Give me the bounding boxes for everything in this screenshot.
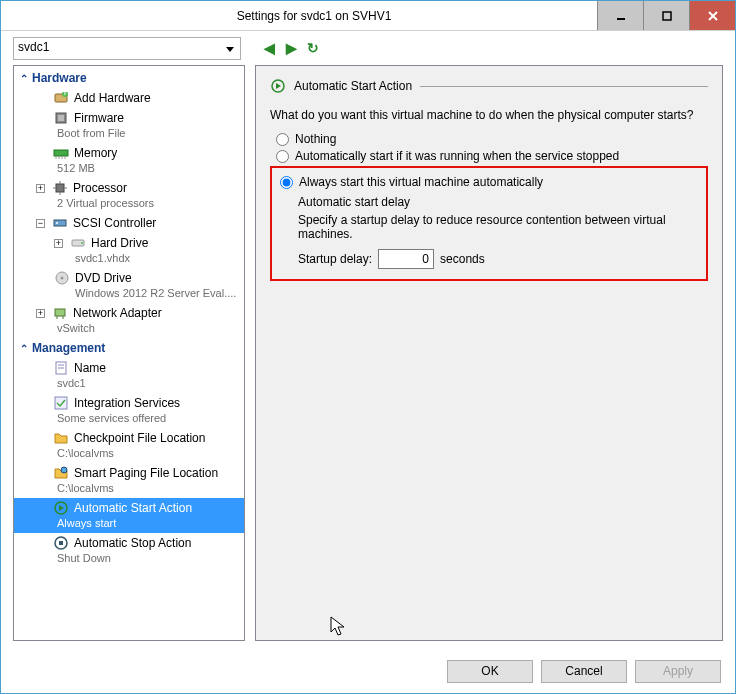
tree-item-desc: C:\localvms xyxy=(36,481,244,496)
tree-item-smart-paging-file-location[interactable]: Smart Paging File LocationC:\localvms xyxy=(14,463,244,498)
tree-item-automatic-stop-action[interactable]: Automatic Stop ActionShut Down xyxy=(14,533,244,568)
radio-autostart-running[interactable]: Automatically start if it was running wh… xyxy=(276,149,708,163)
tree-item-label: Memory xyxy=(74,146,117,161)
tree-item-label: Automatic Start Action xyxy=(74,501,192,516)
tree-item-desc: vSwitch xyxy=(36,321,244,336)
radio-always-input[interactable] xyxy=(280,176,293,189)
settings-tree[interactable]: ⌃Hardware+Add HardwareFirmwareBoot from … xyxy=(13,65,245,641)
tree-item-network-adapter[interactable]: +Network AdaptervSwitch xyxy=(14,303,244,338)
tree-item-dvd-drive[interactable]: DVD DriveWindows 2012 R2 Server Eval.... xyxy=(14,268,244,303)
radio-autostart-running-input[interactable] xyxy=(276,150,289,163)
tree-item-scsi-controller[interactable]: −SCSI Controller xyxy=(14,213,244,233)
ok-button[interactable]: OK xyxy=(447,660,533,683)
svg-rect-8 xyxy=(58,115,64,121)
radio-nothing[interactable]: Nothing xyxy=(276,132,708,146)
network-adapter-icon xyxy=(52,305,68,321)
highlight-box: Always start this virtual machine automa… xyxy=(270,166,708,281)
section-label: Management xyxy=(32,341,105,355)
maximize-button[interactable] xyxy=(643,1,689,30)
apply-button[interactable]: Apply xyxy=(635,660,721,683)
radio-always[interactable]: Always start this virtual machine automa… xyxy=(280,175,698,189)
section-label: Hardware xyxy=(32,71,87,85)
tree-item-integration-services[interactable]: Integration ServicesSome services offere… xyxy=(14,393,244,428)
automatic-start-action-icon xyxy=(53,500,69,516)
tree-item-desc: Windows 2012 R2 Server Eval.... xyxy=(54,286,244,301)
startup-delay-input[interactable] xyxy=(378,249,434,269)
automatic-stop-action-icon xyxy=(53,535,69,551)
tree-item-add-hardware[interactable]: +Add Hardware xyxy=(14,88,244,108)
tree-item-label: Network Adapter xyxy=(73,306,162,321)
tree-item-label: Checkpoint File Location xyxy=(74,431,205,446)
section-header-hardware[interactable]: ⌃Hardware xyxy=(14,68,244,88)
delay-unit: seconds xyxy=(440,252,485,266)
tree-item-desc: Some services offered xyxy=(36,411,244,426)
integration-services-icon xyxy=(53,395,69,411)
window-title: Settings for svdc1 on SVHV1 xyxy=(31,9,597,23)
svg-rect-36 xyxy=(59,541,63,545)
tree-item-checkpoint-file-location[interactable]: Checkpoint File LocationC:\localvms xyxy=(14,428,244,463)
svg-point-22 xyxy=(81,242,83,244)
content-panel: Automatic Start Action What do you want … xyxy=(255,65,723,641)
tree-item-desc: 2 Virtual processors xyxy=(36,196,244,211)
expand-icon[interactable]: + xyxy=(36,184,45,193)
tree-item-desc: Shut Down xyxy=(36,551,244,566)
tree-item-processor[interactable]: +Processor2 Virtual processors xyxy=(14,178,244,213)
tree-item-automatic-start-action[interactable]: Automatic Start ActionAlways start xyxy=(14,498,244,533)
tree-item-desc: Boot from File xyxy=(36,126,244,141)
radio-nothing-input[interactable] xyxy=(276,133,289,146)
cancel-button[interactable]: Cancel xyxy=(541,660,627,683)
radio-nothing-label: Nothing xyxy=(295,132,336,146)
chevron-icon: ⌃ xyxy=(20,73,28,84)
tree-item-memory[interactable]: Memory512 MB xyxy=(14,143,244,178)
group-title: Automatic start delay xyxy=(298,195,698,209)
radio-autostart-running-label: Automatically start if it was running wh… xyxy=(295,149,619,163)
title-bar: Settings for svdc1 on SVHV1 xyxy=(1,1,735,31)
firmware-icon xyxy=(53,110,69,126)
tree-item-label: Add Hardware xyxy=(74,91,151,106)
toolbar: svdc1 ◀ ▶ ↻ xyxy=(1,31,735,65)
nav-back-icon[interactable]: ◀ xyxy=(261,40,277,56)
expand-icon[interactable]: + xyxy=(36,309,45,318)
minimize-button[interactable] xyxy=(597,1,643,30)
group-desc: Specify a startup delay to reduce resour… xyxy=(298,213,698,241)
vm-selector-value: svdc1 xyxy=(18,40,49,54)
svg-point-20 xyxy=(56,222,58,224)
content-title: Automatic Start Action xyxy=(294,79,412,93)
tree-item-label: Smart Paging File Location xyxy=(74,466,218,481)
dvd-drive-icon xyxy=(54,270,70,286)
svg-rect-14 xyxy=(56,184,64,192)
question-text: What do you want this virtual machine to… xyxy=(270,108,708,122)
expand-icon[interactable]: − xyxy=(36,219,45,228)
dialog-footer: OK Cancel Apply xyxy=(1,649,735,693)
tree-item-label: Automatic Stop Action xyxy=(74,536,191,551)
svg-rect-1 xyxy=(663,12,671,20)
svg-marker-38 xyxy=(276,83,281,89)
memory-icon xyxy=(53,145,69,161)
refresh-icon[interactable]: ↻ xyxy=(305,40,321,56)
tree-item-label: Firmware xyxy=(74,111,124,126)
tree-item-name[interactable]: Namesvdc1 xyxy=(14,358,244,393)
tree-item-firmware[interactable]: FirmwareBoot from File xyxy=(14,108,244,143)
autostart-icon xyxy=(270,78,286,94)
smart-paging-file-location-icon xyxy=(53,465,69,481)
add-hardware-icon: + xyxy=(53,90,69,106)
svg-point-32 xyxy=(61,467,67,473)
expand-icon[interactable]: + xyxy=(54,239,63,248)
vm-selector-dropdown[interactable]: svdc1 xyxy=(13,37,241,60)
tree-item-label: SCSI Controller xyxy=(73,216,156,231)
tree-item-desc: Always start xyxy=(36,516,244,531)
scsi-controller-icon xyxy=(52,215,68,231)
processor-icon xyxy=(52,180,68,196)
tree-item-desc: 512 MB xyxy=(36,161,244,176)
section-header-management[interactable]: ⌃Management xyxy=(14,338,244,358)
tree-item-label: Hard Drive xyxy=(91,236,148,251)
hard-drive-icon xyxy=(70,235,86,251)
close-button[interactable] xyxy=(689,1,735,30)
tree-item-label: Integration Services xyxy=(74,396,180,411)
tree-item-hard-drive[interactable]: +Hard Drivesvdc1.vhdx xyxy=(14,233,244,268)
nav-forward-icon[interactable]: ▶ xyxy=(283,40,299,56)
svg-rect-25 xyxy=(55,309,65,316)
delay-label: Startup delay: xyxy=(298,252,372,266)
radio-always-label: Always start this virtual machine automa… xyxy=(299,175,543,189)
checkpoint-file-location-icon xyxy=(53,430,69,446)
